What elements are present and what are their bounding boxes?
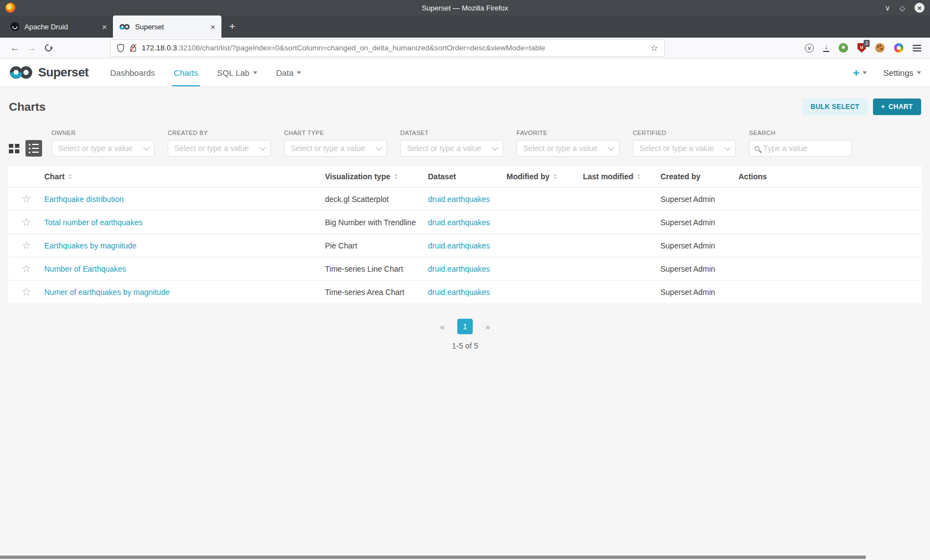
download-icon[interactable]: ↓ [823,44,829,51]
pagination-summary: 1-5 of 5 [0,341,930,350]
favorite-star-icon[interactable]: ☆ [22,263,31,274]
chart-name-link[interactable]: Earthquakes by magnitude [44,241,325,250]
pocket-icon[interactable]: ∨ [805,44,814,53]
select-placeholder: Select or type a value [523,144,598,153]
column-header-actions: Actions [738,172,922,181]
owner-select[interactable]: Select or type a value [51,140,154,157]
column-header-modified-by[interactable]: Modified by [507,172,583,181]
superset-logo[interactable]: Superset [9,59,89,86]
created-by-select[interactable]: Select or type a value [168,140,271,157]
certified-select[interactable]: Select or type a value [633,140,736,157]
dataset-link[interactable]: druid.earthquakes [428,288,507,297]
column-label: Chart [44,172,65,181]
next-page-button[interactable]: » [485,322,490,331]
sort-icon[interactable] [637,172,640,181]
created-by-cell: Superset Admin [660,195,738,204]
tab-close-icon[interactable]: × [210,22,215,32]
chart-type-select[interactable]: Select or type a value [284,140,387,157]
table-row: ☆ Total number of earthquakes Big Number… [8,210,922,234]
scrollbar-thumb[interactable] [0,556,866,559]
window-title: Superset — Mozilla Firefox [0,4,930,12]
brand-name: Superset [38,65,89,80]
chevron-down-icon [492,144,498,151]
sort-icon[interactable] [394,172,397,181]
dataset-link[interactable]: druid.earthquakes [428,265,507,273]
nav-label: Charts [174,68,198,77]
reload-button[interactable] [40,44,56,51]
favorite-star-icon[interactable]: ☆ [22,240,31,251]
chart-name-link[interactable]: Numer of earthquakes by magnitude [44,288,325,297]
created-by-cell: Superset Admin [660,265,738,273]
select-placeholder: Select or type a value [58,144,133,153]
search-input[interactable] [763,144,846,153]
url-bar[interactable]: 172.18.0.3:32108/chart/list/?pageIndex=0… [111,40,664,56]
insecure-lock-icon[interactable] [130,44,137,52]
list-view-toggle[interactable] [25,140,42,157]
page-1-button[interactable]: 1 [457,319,473,334]
nav-item-charts[interactable]: Charts [164,59,208,86]
column-label: Dataset [428,172,456,181]
tracking-shield-icon[interactable] [117,44,125,53]
dataset-select[interactable]: Select or type a value [400,140,503,157]
window-maximize-icon[interactable]: ◇ [900,4,905,12]
favorite-star-icon[interactable]: ☆ [22,287,31,297]
window-minimize-icon[interactable]: ∨ [885,4,890,12]
plus-icon: + [853,67,860,79]
caret-down-icon [253,71,257,76]
back-button[interactable]: ← [7,43,23,54]
tab-bar: Apache Druid × Superset × + [0,15,930,38]
sort-icon[interactable] [69,172,72,181]
tab-superset[interactable]: Superset × [113,15,221,38]
dataset-link[interactable]: druid.earthquakes [428,195,507,204]
new-item-button[interactable]: + [853,67,867,79]
horizontal-scrollbar[interactable] [0,556,930,559]
filter-certified: CERTIFIED Select or type a value [633,129,736,157]
chart-name-link[interactable]: Total number of earthquakes [44,218,325,227]
column-header-dataset: Dataset [428,172,507,181]
bookmark-star-icon[interactable]: ☆ [650,43,658,53]
column-header-last-modified[interactable]: Last modified [583,172,660,181]
sort-icon[interactable] [554,172,557,181]
bulk-select-button[interactable]: BULK SELECT [802,98,867,115]
cookie-icon[interactable] [875,43,885,53]
created-by-cell: Superset Admin [660,218,738,227]
column-header-created-by: Created by [660,172,738,181]
settings-menu[interactable]: Settings [884,68,921,77]
add-chart-label: CHART [888,103,913,111]
tab-close-icon[interactable]: × [102,22,107,32]
chevron-down-icon [608,144,614,151]
dataset-link[interactable]: druid.earthquakes [428,218,507,227]
tab-apache-druid[interactable]: Apache Druid × [4,15,113,38]
url-text[interactable]: 172.18.0.3:32108/chart/list/?pageIndex=0… [142,44,545,52]
nav-item-dashboards[interactable]: Dashboards [101,59,164,86]
dataset-link[interactable]: druid.earthquakes [428,241,507,250]
card-view-toggle[interactable] [9,144,19,153]
favorite-star-icon[interactable]: ☆ [22,194,31,204]
chart-name-link[interactable]: Earthquake distribution [44,195,325,204]
forward-button[interactable]: → [23,43,40,54]
prev-page-button[interactable]: « [440,322,445,331]
caret-down-icon [862,71,867,76]
extension-green-icon[interactable] [839,43,848,53]
colorful-extension-icon[interactable] [894,43,903,53]
column-header-chart[interactable]: Chart [44,172,325,181]
plus-icon: + [881,103,885,111]
chart-name-link[interactable]: Number of Earthquakes [44,265,325,273]
favorite-select[interactable]: Select or type a value [516,140,619,157]
new-tab-button[interactable]: + [221,15,243,38]
filter-label: CERTIFIED [633,129,736,136]
ublock-badge: 2 [864,40,870,47]
favorite-star-icon[interactable]: ☆ [22,217,31,227]
filter-favorite: FAVORITE Select or type a value [516,129,619,157]
filter-bar: OWNER Select or type a value CREATED BY … [0,129,930,166]
nav-item-data[interactable]: Data [267,59,311,86]
column-header-visualization-type[interactable]: Visualization type [325,172,428,181]
ublock-icon[interactable]: u 2 [857,43,866,53]
chevron-down-icon [143,144,149,151]
menu-icon[interactable] [913,45,921,51]
chevron-down-icon [376,144,382,151]
nav-item-sql-lab[interactable]: SQL Lab [208,59,267,86]
filter-search: SEARCH [749,129,852,157]
window-close-icon[interactable]: × [914,3,924,13]
add-chart-button[interactable]: +CHART [873,98,921,115]
